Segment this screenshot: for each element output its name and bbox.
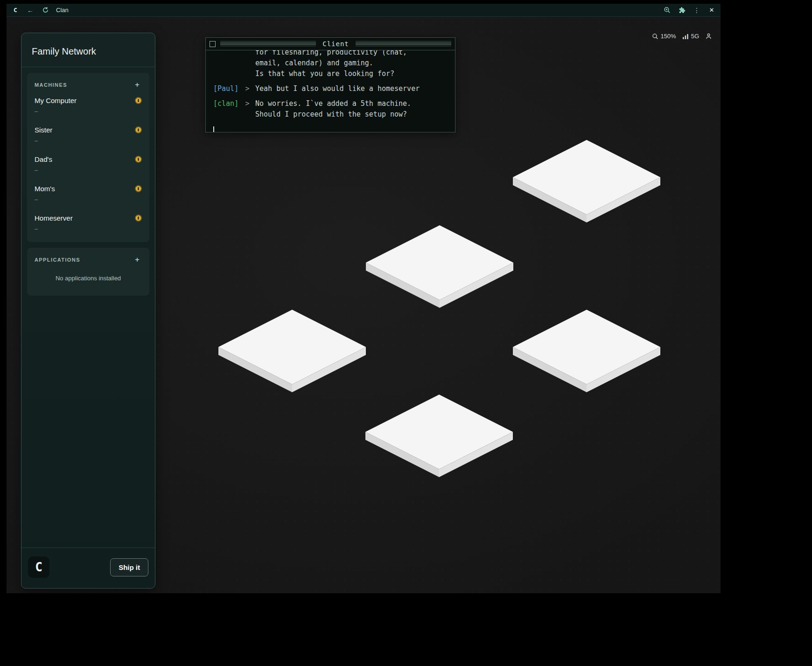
signal-bars-icon — [682, 34, 689, 39]
message-line: Is that what you are looking for? — [255, 69, 448, 79]
app-logo-icon: C — [11, 6, 20, 14]
close-button[interactable]: ✕ — [707, 6, 716, 14]
message-line: No worries. I`ve added a 5th machine. — [255, 98, 448, 109]
plus-icon: + — [135, 80, 140, 90]
canvas-zoom-indicator[interactable]: 150% — [652, 33, 676, 40]
window-title: Clan — [56, 7, 69, 14]
machine-item[interactable]: Homeserver – — [35, 209, 142, 238]
message-line: Yeah but I also would like a homeserver — [255, 83, 448, 94]
terminal-body[interactable]: for filesharing, productivity (chat, ema… — [206, 50, 455, 132]
machine-subtitle: – — [35, 108, 142, 115]
user-indicator[interactable] — [705, 33, 712, 40]
network-indicator[interactable]: 5G — [682, 33, 699, 40]
machine-name: Dad's — [35, 155, 52, 163]
machine-item[interactable]: My Computer – — [35, 91, 142, 121]
reload-button[interactable] — [41, 6, 49, 14]
reload-icon — [42, 7, 49, 14]
titlebar: C ← Clan ⋮ ✕ — [7, 4, 721, 17]
message-line: Should I proceed with the setup now? — [255, 109, 448, 120]
sidebar: Family Network MACHINES + My Computer – — [21, 33, 155, 589]
message-line: for filesharing, productivity (chat, — [255, 50, 448, 58]
prompt-separator — [239, 50, 255, 79]
sidebar-title: Family Network — [21, 33, 155, 67]
terminal-scrollback: for filesharing, productivity (chat, ema… — [213, 50, 448, 132]
menu-button[interactable]: ⋮ — [693, 6, 701, 14]
machines-header: MACHINES — [35, 82, 67, 88]
machine-name: Homeserver — [35, 214, 73, 222]
machine-name: Sister — [35, 126, 52, 134]
machine-subtitle: – — [35, 137, 142, 144]
titlebar-stripes — [356, 41, 451, 47]
add-machine-button[interactable]: + — [133, 80, 142, 90]
applications-empty-text: No applications installed — [35, 266, 142, 292]
sidebar-footer: C Ship it — [21, 548, 155, 588]
applications-header: APPLICATIONS — [35, 257, 80, 263]
canvas-hud: 150% 5G — [652, 33, 712, 40]
add-application-button[interactable]: + — [133, 255, 142, 264]
machine-subtitle: – — [35, 196, 142, 203]
extensions-button[interactable] — [678, 6, 686, 14]
client-terminal-window: Client for filesharing, productivity (ch… — [205, 37, 455, 132]
terminal-close-box-icon[interactable] — [210, 41, 216, 47]
machine-tile[interactable] — [366, 225, 513, 308]
machine-subtitle: – — [35, 225, 142, 232]
machine-tile[interactable] — [218, 310, 366, 392]
terminal-titlebar[interactable]: Client — [206, 38, 455, 50]
machine-status-icon — [135, 97, 142, 104]
machine-status-icon — [135, 185, 142, 192]
machine-name: Mom's — [35, 185, 55, 193]
speaker-label: [Paul] — [213, 83, 239, 94]
machine-status-icon — [135, 215, 142, 222]
machine-name: My Computer — [35, 97, 77, 104]
machine-tile[interactable] — [513, 310, 660, 392]
back-button[interactable]: ← — [26, 6, 35, 14]
machine-item[interactable]: Sister – — [35, 121, 142, 150]
chat-message: for filesharing, productivity (chat, ema… — [213, 50, 448, 79]
terminal-cursor — [213, 126, 214, 132]
machine-status-icon — [135, 156, 142, 163]
zoom-in-icon — [664, 7, 671, 14]
clan-logo: C — [28, 556, 49, 578]
chat-message: [Paul] > Yeah but I also would like a ho… — [213, 83, 448, 94]
machine-subtitle: – — [35, 166, 142, 173]
machine-item[interactable]: Mom's – — [35, 180, 142, 209]
sidebar-spacer — [21, 296, 155, 548]
network-label: 5G — [691, 33, 699, 40]
speaker-label — [213, 50, 239, 79]
zoom-level-text: 150% — [660, 33, 676, 40]
machine-status-icon — [135, 126, 142, 133]
speaker-label: [clan] — [213, 98, 239, 120]
zoom-icon — [652, 33, 658, 40]
app-window: C ← Clan ⋮ ✕ — [7, 4, 721, 593]
back-arrow-icon: ← — [27, 7, 34, 14]
message-line: email, calendar) and gaming. — [255, 58, 448, 69]
prompt-separator: > — [239, 98, 255, 120]
plus-icon: + — [135, 255, 140, 264]
divider — [21, 67, 155, 67]
chat-message: [clan] > No worries. I`ve added a 5th ma… — [213, 98, 448, 120]
close-icon: ✕ — [709, 7, 714, 13]
machines-section: MACHINES + My Computer – Sister — [27, 73, 149, 242]
network-canvas[interactable]: 150% 5G — [7, 17, 721, 593]
puzzle-icon — [678, 7, 686, 14]
titlebar-stripes — [220, 41, 316, 47]
prompt-separator: > — [239, 83, 255, 94]
machine-tile[interactable] — [513, 140, 660, 222]
ship-it-button[interactable]: Ship it — [110, 558, 148, 576]
machine-item[interactable]: Dad's – — [35, 150, 142, 180]
machine-tile[interactable] — [365, 395, 513, 477]
terminal-input-line[interactable] — [213, 125, 448, 132]
applications-section: APPLICATIONS + No applications installed — [27, 248, 149, 296]
zoom-button[interactable] — [663, 6, 671, 14]
terminal-title: Client — [321, 40, 351, 48]
user-icon — [705, 33, 712, 40]
kebab-icon: ⋮ — [693, 7, 700, 14]
clan-logo-glyph: C — [35, 560, 42, 574]
